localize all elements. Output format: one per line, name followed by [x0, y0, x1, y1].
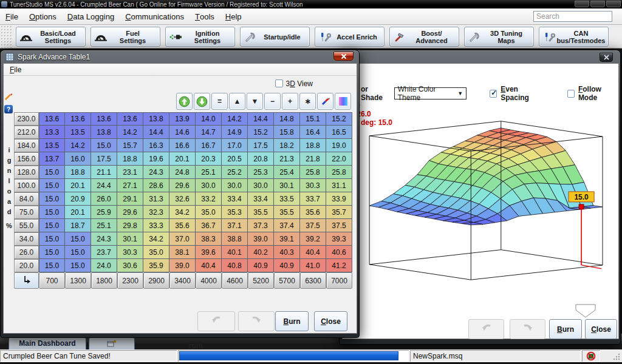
row-header-load[interactable]: 84.0 [14, 192, 39, 206]
table-cell[interactable]: 24.0 [91, 259, 117, 272]
table-cell[interactable]: 33.4 [248, 192, 274, 206]
close-button[interactable] [606, 1, 621, 7]
color-scale-icon[interactable] [335, 93, 351, 110]
table-cell[interactable]: 15.0 [65, 232, 91, 246]
spark-close-button[interactable] [333, 52, 354, 61]
table-cell[interactable]: 15.0 [39, 246, 65, 259]
menu-file[interactable]: File [0, 8, 24, 24]
increase-all-button[interactable]: ▲ [229, 93, 245, 110]
table-cell[interactable]: 20.8 [248, 152, 274, 166]
table-cell[interactable]: 13.6 [65, 112, 91, 126]
table-cell[interactable]: 40.9 [248, 259, 274, 272]
minimize-button[interactable] [575, 1, 589, 7]
toolbar-button-boost-advanced[interactable]: Boost/ Advanced [389, 27, 459, 47]
table-cell[interactable]: 15.0 [39, 179, 65, 192]
spark-redo-button[interactable] [238, 311, 275, 331]
follow-mode-checkbox[interactable] [567, 90, 575, 98]
table-cell[interactable]: 35.5 [274, 206, 300, 219]
table-cell[interactable]: 36.7 [196, 219, 222, 232]
table-cell[interactable]: 14.2 [117, 126, 143, 139]
table-cell[interactable]: 20.1 [65, 206, 91, 219]
col-header-rpm[interactable]: 5700 [274, 272, 300, 289]
view-slider-thumb[interactable] [575, 304, 596, 318]
table-cell[interactable]: 13.8 [143, 112, 169, 126]
3d-surface-plot[interactable]: 15.0 [341, 116, 621, 301]
col-header-rpm[interactable]: 6300 [300, 272, 326, 289]
table-cell[interactable]: 30.0 [196, 179, 222, 192]
map3d-close-window-button[interactable]: Close [585, 319, 617, 339]
table-cell[interactable]: 31.3 [143, 192, 169, 206]
table-cell[interactable]: 25.9 [91, 206, 117, 219]
table-cell[interactable]: 39.6 [196, 246, 222, 259]
table-cell[interactable]: 39.0 [248, 232, 274, 246]
table-cell[interactable]: 37.5 [300, 219, 326, 232]
table-cell[interactable]: 15.2 [248, 126, 274, 139]
table-cell[interactable]: 37.1 [222, 219, 248, 232]
table-cell[interactable]: 25.8 [300, 166, 326, 179]
menu-help[interactable]: Help [220, 8, 247, 24]
table-cell[interactable]: 14.8 [274, 112, 300, 126]
table-cell[interactable]: 13.6 [39, 112, 65, 126]
table-cell[interactable]: 13.5 [39, 139, 65, 152]
table-cell[interactable]: 15.0 [39, 259, 65, 272]
table-cell[interactable]: 20.1 [169, 152, 196, 166]
table-cell[interactable]: 40.2 [248, 246, 274, 259]
table-cell[interactable]: 15.0 [65, 246, 91, 259]
table-cell[interactable]: 30.0 [222, 179, 248, 192]
table-cell[interactable]: 30.6 [117, 259, 143, 272]
row-header-load[interactable]: 26.0 [14, 246, 39, 259]
add-button[interactable]: + [282, 93, 298, 110]
row-header-load[interactable]: 128.0 [14, 166, 39, 179]
table-cell[interactable]: 13.9 [169, 112, 196, 126]
table-cell[interactable]: 14.2 [222, 112, 248, 126]
table-cell[interactable]: 25.2 [222, 166, 248, 179]
map3d-titlebar[interactable] [340, 50, 620, 63]
even-spacing-checkbox[interactable] [490, 90, 497, 98]
multiply-button[interactable]: ∗ [299, 93, 316, 110]
table-cell[interactable]: 15.1 [300, 112, 326, 126]
table-cell[interactable]: 35.0 [143, 246, 169, 259]
row-header-load[interactable]: 55.0 [14, 219, 39, 232]
spark-burn-button[interactable]: Burn [275, 311, 309, 331]
toolbar-button-basic-load-settings[interactable]: Basic/Load Settings [16, 27, 86, 47]
spark-close-window-button[interactable]: Close [314, 311, 347, 331]
col-header-rpm[interactable]: 1300 [65, 272, 91, 289]
table-cell[interactable]: 16.4 [300, 126, 326, 139]
table-cell[interactable]: 16.7 [196, 139, 222, 152]
help-icon[interactable]: ? [4, 105, 13, 113]
col-header-rpm[interactable]: 2300 [117, 272, 143, 289]
map3d-undo-button[interactable] [468, 319, 504, 339]
resize-grip[interactable] [612, 352, 621, 361]
table-cell[interactable]: 14.0 [196, 112, 222, 126]
table-cell[interactable]: 28.6 [143, 179, 169, 192]
table-cell[interactable]: 30.3 [117, 246, 143, 259]
table-cell[interactable]: 37.5 [326, 219, 352, 232]
table-cell[interactable]: 16.6 [169, 139, 196, 152]
increment-down-icon[interactable] [194, 93, 210, 110]
table-cell[interactable]: 15.0 [39, 166, 65, 179]
table-cell[interactable]: 14.4 [248, 112, 274, 126]
col-header-rpm[interactable]: 7000 [326, 272, 352, 289]
map3d-close-button[interactable] [600, 53, 613, 62]
table-cell[interactable]: 24.8 [169, 166, 196, 179]
table-cell[interactable]: 33.3 [143, 219, 169, 232]
table-cell[interactable]: 25.8 [326, 166, 352, 179]
table-cell[interactable]: 26.0 [91, 192, 117, 206]
table-cell[interactable]: 23.1 [117, 166, 143, 179]
table-cell[interactable]: 35.5 [248, 206, 274, 219]
table-cell[interactable]: 33.7 [300, 192, 326, 206]
table-cell[interactable]: 25.3 [248, 166, 274, 179]
table-cell[interactable]: 15.0 [39, 232, 65, 246]
table-cell[interactable]: 30.1 [117, 232, 143, 246]
row-header-load[interactable]: 230.0 [14, 112, 39, 126]
set-equal-button[interactable]: = [211, 93, 228, 110]
table-cell[interactable]: 15.0 [39, 206, 65, 219]
table-cell[interactable]: 18.8 [117, 152, 143, 166]
row-header-load[interactable]: 100.0 [14, 179, 39, 192]
table-cell[interactable]: 20.9 [65, 192, 91, 206]
table-cell[interactable]: 13.5 [65, 126, 91, 139]
table-cell[interactable]: 15.0 [65, 259, 91, 272]
table-cell[interactable]: 41.0 [300, 259, 326, 272]
table-cell[interactable]: 24.4 [91, 179, 117, 192]
table-cell[interactable]: 15.0 [39, 192, 65, 206]
